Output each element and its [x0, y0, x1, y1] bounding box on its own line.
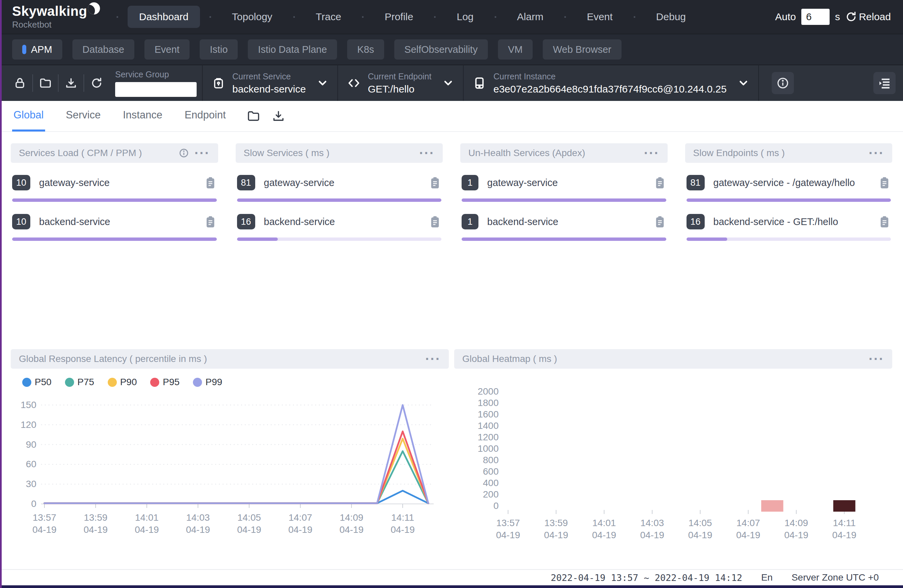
heatmap-cell[interactable] — [761, 500, 783, 512]
list-item[interactable]: 81 gateway-service — [236, 175, 443, 202]
legend-item-p99[interactable]: P99 — [193, 377, 222, 387]
service-name: gateway-service — [487, 177, 645, 188]
feature-tab-event[interactable]: Event — [145, 39, 190, 60]
feature-tab-selfobservability[interactable]: SelfObservability — [394, 39, 488, 60]
copy-icon[interactable] — [205, 176, 217, 190]
svg-text:30: 30 — [26, 479, 36, 489]
latency-chart-card: Global Response Latency ( percentile in … — [11, 349, 449, 552]
copy-icon[interactable] — [205, 215, 217, 229]
svg-text:800: 800 — [483, 455, 499, 465]
feature-tab-vm[interactable]: VM — [498, 39, 533, 60]
list-item[interactable]: 1 gateway-service — [460, 175, 668, 202]
more-menu-icon[interactable] — [868, 146, 884, 160]
current-service-select[interactable]: Current Service backend-service — [208, 72, 332, 95]
nav-item-event[interactable]: Event — [576, 6, 624, 28]
copy-icon[interactable] — [879, 176, 891, 190]
legend-item-p75[interactable]: P75 — [65, 377, 94, 387]
current-endpoint-select[interactable]: Current Endpoint GET:/hello — [343, 72, 458, 95]
list-item[interactable]: 16 backend-service - GET:/hello — [685, 214, 892, 241]
tab-global[interactable]: Global — [12, 100, 45, 132]
server-zone[interactable]: Server Zone UTC +0 — [791, 572, 879, 583]
reload-button[interactable]: Reload — [845, 11, 891, 22]
tab-service[interactable]: Service — [64, 100, 102, 132]
template-export-button[interactable] — [272, 109, 286, 124]
language-toggle[interactable]: En — [761, 572, 773, 583]
svg-text:14:05: 14:05 — [238, 512, 261, 523]
tab-endpoint[interactable]: Endpoint — [183, 100, 227, 132]
legend-item-p95[interactable]: P95 — [150, 377, 179, 387]
info-icon[interactable] — [178, 147, 190, 159]
expand-menu-button[interactable] — [873, 72, 895, 94]
copy-icon[interactable] — [654, 215, 666, 229]
nav-item-profile[interactable]: Profile — [373, 6, 425, 28]
nav-item-topology[interactable]: Topology — [220, 6, 284, 28]
service-group-input[interactable] — [115, 82, 197, 97]
copy-icon[interactable] — [879, 215, 891, 229]
more-menu-icon[interactable] — [644, 146, 659, 160]
nav-item-debug[interactable]: Debug — [645, 6, 697, 28]
progress-bar — [686, 199, 891, 202]
lock-button[interactable] — [12, 75, 28, 91]
svg-text:04-19: 04-19 — [288, 524, 313, 535]
more-menu-icon[interactable] — [868, 352, 884, 365]
svg-text:600: 600 — [483, 466, 499, 477]
legend-item-p90[interactable]: P90 — [108, 377, 137, 387]
card-header: Services Load ( CPM / PPM ) — [11, 143, 218, 163]
heatmap-cell[interactable] — [833, 500, 856, 512]
copy-icon[interactable] — [654, 176, 666, 190]
more-menu-icon[interactable] — [425, 352, 441, 365]
progress-bar — [462, 237, 666, 241]
feature-tab-database[interactable]: Database — [72, 39, 134, 60]
nav-separator-dot — [116, 16, 118, 18]
charts-row: Global Response Latency ( percentile in … — [11, 349, 892, 552]
list-item[interactable]: 10 gateway-service — [11, 175, 218, 202]
feature-tab-apm[interactable]: APM — [12, 39, 62, 60]
list-item[interactable]: 1 backend-service — [460, 214, 668, 241]
template-folder-button[interactable] — [247, 109, 262, 124]
time-range[interactable]: 2022-04-19 13:57 ~ 2022-04-19 14:12 — [551, 572, 743, 583]
copy-icon[interactable] — [429, 215, 441, 229]
nav-item-alarm[interactable]: Alarm — [506, 6, 555, 28]
svg-text:14:09: 14:09 — [785, 518, 808, 528]
service-name: gateway-service — [264, 177, 420, 188]
legend-label: P75 — [77, 377, 94, 387]
folder-button[interactable] — [38, 75, 53, 91]
list-item[interactable]: 16 backend-service — [236, 214, 443, 241]
copy-icon[interactable] — [429, 176, 441, 190]
feature-tab-k8s[interactable]: K8s — [347, 39, 384, 60]
svg-text:04-19: 04-19 — [832, 530, 857, 540]
auto-interval-input[interactable] — [801, 9, 830, 25]
nav-item-trace[interactable]: Trace — [304, 6, 353, 28]
card-slow-services: Slow Services ( ms ) 81 gateway-service … — [236, 143, 443, 241]
tab-instance[interactable]: Instance — [121, 100, 164, 132]
section-divider — [463, 65, 464, 101]
nav-item-log[interactable]: Log — [445, 6, 485, 28]
legend-dot — [108, 378, 117, 387]
progress-track — [462, 237, 666, 241]
list-item[interactable]: 81 gateway-service - /gateway/hello — [685, 175, 892, 202]
legend-dot — [22, 378, 31, 387]
svg-text:1200: 1200 — [478, 432, 499, 442]
feature-tab-istio-data-plane[interactable]: Istio Data Plane — [248, 39, 337, 60]
reload-icon — [845, 11, 857, 22]
svg-text:04-19: 04-19 — [83, 524, 108, 535]
progress-track — [686, 199, 891, 202]
current-instance-select[interactable]: Current Instance e3e07e2a2b664e8c91fda37… — [469, 72, 753, 95]
current-service-value: backend-service — [232, 83, 306, 95]
card-header: Global Response Latency ( percentile in … — [11, 349, 449, 368]
refresh-button[interactable] — [89, 75, 104, 91]
info-button[interactable] — [772, 72, 794, 94]
list-item[interactable]: 10 backend-service — [11, 214, 218, 241]
indent-menu-icon — [878, 76, 891, 90]
legend-label: P95 — [163, 377, 179, 387]
app-logo[interactable]: Skywalking Rocketbot — [12, 4, 96, 30]
legend-item-p50[interactable]: P50 — [22, 377, 52, 387]
more-menu-icon[interactable] — [419, 146, 435, 160]
more-menu-icon[interactable] — [195, 146, 210, 160]
feature-tab-istio[interactable]: Istio — [200, 39, 238, 60]
feature-tab-web-browser[interactable]: Web Browser — [543, 39, 621, 60]
export-button[interactable] — [63, 75, 79, 91]
folder-icon — [39, 77, 52, 89]
progress-track — [237, 199, 442, 202]
nav-item-dashboard[interactable]: Dashboard — [127, 6, 200, 28]
